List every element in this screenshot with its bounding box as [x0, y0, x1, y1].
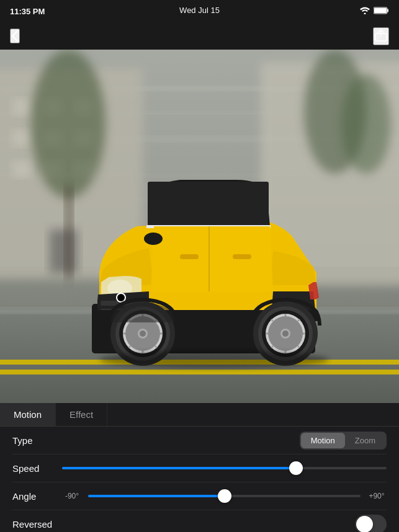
speed-thumb[interactable] [289, 461, 303, 475]
svg-point-76 [99, 351, 329, 368]
svg-rect-37 [180, 254, 199, 259]
tab-bar: Motion Effect [0, 403, 399, 427]
svg-rect-3 [374, 8, 387, 13]
type-toggle[interactable]: Motion Zoom [300, 432, 387, 450]
svg-point-27 [341, 74, 391, 174]
speed-slider-wrapper [62, 467, 387, 469]
svg-point-60 [140, 330, 146, 337]
svg-point-75 [282, 330, 289, 337]
type-row: Type Motion Zoom [12, 427, 387, 454]
bottom-panel: Motion Effect Type Motion Zoom Speed [0, 403, 399, 532]
reversed-knob [356, 516, 373, 533]
svg-point-44 [117, 294, 125, 301]
status-bar: 11:35 PM Wed Jul 15 [0, 0, 399, 22]
angle-thumb[interactable] [218, 489, 231, 503]
status-icons [360, 7, 389, 16]
reversed-content [62, 515, 387, 533]
svg-rect-22 [50, 229, 78, 273]
type-content: Motion Zoom [62, 432, 387, 450]
speed-fill [62, 467, 296, 469]
angle-slider-wrapper: -90° +90° [62, 492, 387, 500]
type-label: Type [12, 435, 62, 446]
type-zoom-btn[interactable]: Zoom [345, 433, 385, 448]
speed-label: Speed [12, 463, 62, 474]
toolbar [0, 22, 399, 50]
svg-point-39 [144, 233, 163, 245]
reversed-row: Reversed [12, 510, 387, 532]
svg-rect-30 [0, 370, 399, 375]
photo-container [0, 50, 399, 403]
status-date: Wed Jul 15 [179, 6, 220, 15]
svg-rect-13 [12, 99, 31, 115]
svg-rect-25 [65, 186, 73, 279]
reversed-label: Reversed [12, 519, 62, 530]
svg-rect-2 [387, 9, 388, 12]
svg-rect-38 [233, 254, 251, 259]
svg-point-0 [364, 12, 366, 14]
reversed-toggle[interactable] [355, 515, 387, 533]
battery-icon [374, 7, 389, 16]
speed-track[interactable] [62, 467, 387, 469]
angle-content: -90° +90° [62, 492, 387, 500]
speed-content [62, 467, 387, 469]
angle-label: Angle [12, 491, 62, 502]
wifi-icon [360, 7, 370, 16]
angle-max-label: +90° [367, 492, 387, 500]
angle-fill [88, 495, 225, 497]
angle-row: Angle -90° +90° [12, 482, 387, 510]
angle-track[interactable] [88, 495, 361, 497]
speed-row: Speed [12, 454, 387, 482]
type-motion-btn[interactable]: Motion [301, 433, 345, 448]
share-button[interactable] [373, 27, 389, 45]
photo-scene [0, 50, 399, 403]
svg-point-24 [31, 50, 105, 198]
status-time: 11:35 PM [10, 7, 45, 16]
svg-rect-34 [148, 182, 269, 226]
controls: Type Motion Zoom Speed [0, 427, 399, 532]
tab-effect[interactable]: Effect [56, 403, 107, 426]
back-button[interactable] [10, 29, 20, 43]
svg-rect-19 [12, 161, 31, 177]
svg-rect-16 [12, 130, 31, 146]
angle-min-label: -90° [62, 492, 82, 500]
tab-motion[interactable]: Motion [0, 403, 56, 426]
